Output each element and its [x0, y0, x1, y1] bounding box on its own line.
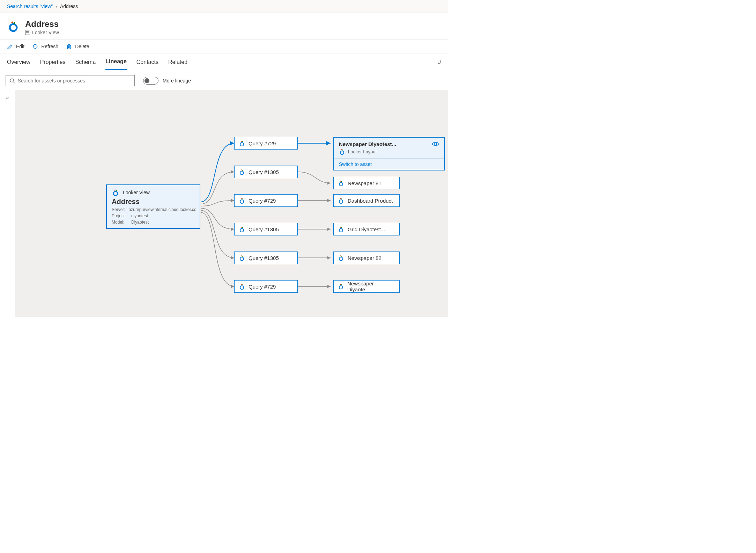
header-subtype: Looker View	[32, 30, 59, 35]
lineage-asset-node[interactable]: Grid Diyaotest...	[333, 223, 400, 235]
source-type: Looker View	[123, 190, 150, 195]
switch-to-asset-link[interactable]: Switch to asset	[334, 158, 444, 170]
lineage-asset-node[interactable]: Newspaper 81	[333, 177, 400, 189]
svg-point-17	[242, 198, 243, 199]
svg-point-7	[114, 189, 115, 190]
svg-point-0	[10, 24, 17, 31]
breadcrumb-current: Address	[60, 3, 78, 9]
delete-label: Delete	[75, 44, 89, 49]
looker-icon	[112, 189, 119, 196]
chevron-right-icon: ›	[55, 3, 57, 9]
tab-schema[interactable]: Schema	[75, 59, 96, 70]
node-label: Query #1305	[249, 255, 279, 261]
svg-rect-3	[68, 45, 71, 49]
search-input[interactable]	[18, 78, 131, 83]
refresh-button[interactable]: Refresh	[32, 43, 58, 50]
tab-lineage[interactable]: Lineage	[105, 58, 126, 70]
tab-properties[interactable]: Properties	[40, 59, 66, 70]
svg-point-43	[339, 286, 343, 289]
looker-icon	[338, 226, 344, 232]
svg-point-14	[242, 170, 243, 171]
svg-point-21	[240, 257, 244, 261]
more-lineage-toggle[interactable]	[143, 77, 158, 85]
looker-icon	[239, 140, 245, 146]
model-label: Model:	[112, 220, 128, 225]
lineage-canvas[interactable]: Looker View Address Server:azurepurviewi…	[15, 90, 448, 317]
svg-point-41	[340, 255, 341, 256]
pencil-icon	[7, 43, 13, 50]
svg-point-30	[435, 143, 437, 145]
lineage-source-node[interactable]: Looker View Address Server:azurepurviewi…	[106, 184, 200, 229]
edit-button[interactable]: Edit	[7, 43, 24, 50]
lineage-selected-target[interactable]: Newspaper Diyaotest... Looker Layout Swi…	[333, 137, 445, 170]
svg-point-22	[241, 255, 242, 256]
node-label: Query #729	[249, 140, 276, 146]
target-title: Newspaper Diyaotest...	[339, 141, 396, 147]
lineage-asset-node[interactable]: Newspaper 82	[333, 252, 400, 264]
delete-button[interactable]: Delete	[66, 43, 89, 50]
looker-icon	[338, 283, 344, 290]
svg-point-35	[340, 198, 341, 199]
page-title: Address	[25, 19, 59, 29]
looker-icon	[338, 255, 344, 261]
svg-point-36	[341, 198, 342, 199]
lineage-query-node[interactable]: Query #729	[234, 194, 298, 207]
looker-icon	[239, 226, 245, 232]
tab-related[interactable]: Related	[168, 59, 187, 70]
svg-point-10	[241, 141, 242, 142]
looker-icon	[338, 180, 344, 186]
svg-point-44	[340, 284, 341, 285]
svg-point-18	[240, 228, 244, 232]
svg-point-4	[10, 79, 14, 82]
svg-point-25	[241, 284, 242, 285]
page-header: Address Looker View	[0, 13, 448, 39]
node-label: Newspaper Diyaote...	[347, 281, 395, 292]
node-label: Query #729	[249, 198, 276, 204]
expand-panel-strip[interactable]: »	[0, 90, 15, 317]
search-icon	[9, 78, 15, 83]
more-lineage-label: More lineage	[163, 78, 191, 83]
lineage-query-node[interactable]: Query #1305	[234, 252, 298, 264]
looker-icon	[239, 283, 245, 290]
looker-icon	[239, 169, 245, 175]
svg-point-20	[242, 227, 243, 228]
looker-icon	[338, 197, 344, 204]
node-label: Query #729	[249, 284, 276, 290]
tab-right-overflow: U	[437, 59, 441, 69]
lineage-search[interactable]	[6, 75, 135, 86]
chevron-double-right-icon: »	[6, 95, 9, 317]
node-label: Newspaper 81	[348, 180, 381, 186]
svg-line-5	[13, 82, 15, 83]
tab-contacts[interactable]: Contacts	[136, 59, 158, 70]
breadcrumb-back[interactable]: Search results "view"	[7, 3, 53, 9]
lineage-query-node[interactable]: Query #1305	[234, 223, 298, 235]
looker-icon	[239, 255, 245, 261]
node-label: Query #1305	[249, 226, 279, 232]
svg-point-42	[341, 256, 342, 257]
svg-point-39	[341, 227, 342, 228]
lineage-asset-node[interactable]: Dashboard Product	[333, 194, 400, 207]
lineage-asset-node[interactable]: Newspaper Diyaote...	[333, 280, 400, 293]
svg-point-32	[340, 181, 341, 182]
svg-point-24	[240, 286, 244, 289]
lineage-query-node[interactable]: Query #729	[234, 137, 298, 150]
svg-point-34	[339, 200, 343, 203]
svg-point-19	[241, 227, 242, 228]
svg-point-28	[341, 149, 342, 150]
tab-overview[interactable]: Overview	[7, 59, 30, 70]
node-label: Query #1305	[249, 169, 279, 175]
looker-icon	[339, 148, 345, 155]
svg-point-11	[242, 141, 243, 142]
lineage-query-node[interactable]: Query #729	[234, 280, 298, 293]
svg-point-16	[241, 198, 242, 199]
node-label: Dashboard Product	[348, 198, 393, 204]
svg-point-2	[14, 22, 15, 24]
tabs: Overview Properties Schema Lineage Conta…	[0, 53, 448, 70]
trash-icon	[66, 43, 72, 50]
breadcrumb: Search results "view" › Address	[0, 0, 448, 13]
lineage-query-node[interactable]: Query #1305	[234, 166, 298, 178]
svg-point-1	[12, 22, 13, 23]
svg-point-45	[341, 284, 342, 285]
source-title: Address	[112, 198, 195, 206]
svg-point-26	[242, 284, 243, 285]
